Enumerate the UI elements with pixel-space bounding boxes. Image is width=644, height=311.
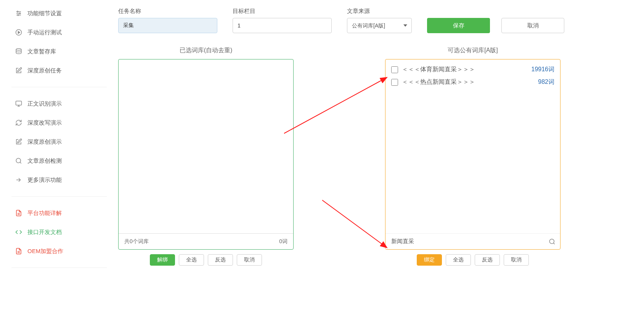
code-icon bbox=[14, 228, 23, 236]
cancel-button[interactable]: 取消 bbox=[501, 18, 564, 33]
invert-button-left[interactable]: 反选 bbox=[208, 254, 233, 266]
sidebar-item-oem[interactable]: OEM加盟合作 bbox=[11, 242, 107, 261]
svg-point-12 bbox=[16, 158, 21, 163]
edit-icon bbox=[14, 66, 23, 75]
sidebar-item-rewrite-demo[interactable]: 深度改写演示 bbox=[11, 113, 107, 132]
task-name-input[interactable] bbox=[118, 18, 217, 33]
sidebar-item-label: 文章原创检测 bbox=[27, 157, 62, 165]
available-panel-title: 可选公有词库[A版] bbox=[385, 46, 560, 55]
sidebar-item-label: OEM加盟合作 bbox=[27, 248, 63, 255]
selected-count-label: 共0个词库 bbox=[124, 238, 149, 245]
main-content: 任务名称 目标栏目 文章来源 公有词库[A版] 保存 取消 bbox=[107, 0, 644, 275]
sliders-icon bbox=[14, 9, 23, 18]
invert-button-right[interactable]: 反选 bbox=[475, 254, 500, 266]
sidebar-item-label: 功能细节设置 bbox=[27, 10, 62, 17]
sidebar-item-settings[interactable]: 功能细节设置 bbox=[11, 4, 107, 23]
selected-panel-title: 已选词库(自动去重) bbox=[118, 46, 294, 55]
sidebar: 功能细节设置 手动运行测试 文章暂存库 深度原创任务 正文识别演示 bbox=[0, 0, 107, 275]
sidebar-item-label: 接口开发文档 bbox=[27, 229, 62, 236]
svg-point-5 bbox=[18, 14, 19, 16]
svg-marker-7 bbox=[18, 31, 20, 34]
wordlib-name: ＜＜＜热点新闻直采＞＞＞ bbox=[402, 78, 538, 86]
svg-point-18 bbox=[549, 239, 554, 244]
sidebar-item-label: 平台功能详解 bbox=[27, 210, 62, 217]
select-all-button-left[interactable]: 全选 bbox=[179, 254, 204, 266]
wordlib-checkbox[interactable] bbox=[391, 66, 398, 73]
sidebar-item-label: 文章暂存库 bbox=[27, 48, 56, 55]
sidebar-item-api-docs[interactable]: 接口开发文档 bbox=[11, 223, 107, 242]
doc-icon bbox=[14, 247, 23, 255]
sidebar-item-deep-task[interactable]: 深度原创任务 bbox=[11, 61, 107, 80]
sidebar-item-platform-docs[interactable]: 平台功能详解 bbox=[11, 204, 107, 223]
task-name-label: 任务名称 bbox=[118, 8, 217, 15]
cancel-button-left[interactable]: 取消 bbox=[237, 254, 262, 266]
svg-line-13 bbox=[20, 162, 21, 163]
wordlib-row[interactable]: ＜＜＜热点新闻直采＞＞＞ 982词 bbox=[391, 76, 554, 88]
play-icon bbox=[14, 28, 23, 37]
monitor-icon bbox=[14, 99, 23, 108]
refresh-icon bbox=[14, 119, 23, 127]
sidebar-item-label: 更多演示功能 bbox=[27, 176, 62, 184]
bind-button[interactable]: 绑定 bbox=[417, 254, 442, 266]
doc-icon bbox=[14, 209, 23, 217]
sidebar-item-label: 深度原创演示 bbox=[27, 138, 62, 146]
sidebar-item-body-demo[interactable]: 正文识别演示 bbox=[11, 94, 107, 113]
svg-point-8 bbox=[16, 49, 21, 51]
available-panel: 可选公有词库[A版] ＜＜＜体育新闻直采＞＞＞ 19916词 ＜＜＜热点新闻直采… bbox=[385, 46, 560, 266]
sidebar-item-label: 正文识别演示 bbox=[27, 100, 62, 107]
source-select[interactable]: 公有词库[A版] bbox=[347, 18, 412, 33]
search-icon[interactable] bbox=[544, 234, 560, 249]
unbind-button[interactable]: 解绑 bbox=[150, 254, 175, 266]
wordlib-search-input[interactable] bbox=[385, 234, 544, 249]
sidebar-item-manual-run[interactable]: 手动运行测试 bbox=[11, 23, 107, 42]
target-col-input[interactable] bbox=[233, 18, 332, 33]
svg-rect-9 bbox=[16, 101, 22, 105]
edit-icon bbox=[14, 138, 23, 146]
sidebar-item-label: 深度改写演示 bbox=[27, 119, 62, 127]
source-label: 文章来源 bbox=[347, 8, 412, 15]
form-row: 任务名称 目标栏目 文章来源 公有词库[A版] 保存 取消 bbox=[118, 8, 636, 33]
share-icon bbox=[14, 176, 23, 184]
wordlib-row[interactable]: ＜＜＜体育新闻直采＞＞＞ 19916词 bbox=[391, 63, 554, 76]
sidebar-item-original-demo[interactable]: 深度原创演示 bbox=[11, 132, 107, 151]
sidebar-item-label: 手动运行测试 bbox=[27, 29, 62, 36]
sidebar-item-check[interactable]: 文章原创检测 bbox=[11, 151, 107, 170]
selected-panel-body bbox=[119, 59, 293, 233]
wordlib-count: 19916词 bbox=[532, 66, 555, 74]
select-all-button-right[interactable]: 全选 bbox=[446, 254, 471, 266]
wordlib-count: 982词 bbox=[538, 78, 554, 86]
sidebar-item-more-demo[interactable]: 更多演示功能 bbox=[11, 170, 107, 189]
wordlib-checkbox[interactable] bbox=[391, 79, 398, 86]
sidebar-item-label: 深度原创任务 bbox=[27, 67, 62, 74]
target-col-label: 目标栏目 bbox=[233, 8, 332, 15]
svg-line-19 bbox=[553, 243, 554, 244]
sidebar-item-article-store[interactable]: 文章暂存库 bbox=[11, 42, 107, 61]
selected-panel: 已选词库(自动去重) 共0个词库 0词 解绑 全选 反选 取消 bbox=[118, 46, 294, 266]
database-icon bbox=[14, 47, 23, 56]
search-icon bbox=[14, 157, 23, 165]
wordlib-name: ＜＜＜体育新闻直采＞＞＞ bbox=[402, 66, 532, 74]
selected-word-count: 0词 bbox=[279, 238, 287, 245]
svg-point-3 bbox=[17, 11, 18, 12]
save-button[interactable]: 保存 bbox=[427, 18, 490, 33]
svg-point-4 bbox=[19, 13, 21, 14]
cancel-button-right[interactable]: 取消 bbox=[504, 254, 529, 266]
